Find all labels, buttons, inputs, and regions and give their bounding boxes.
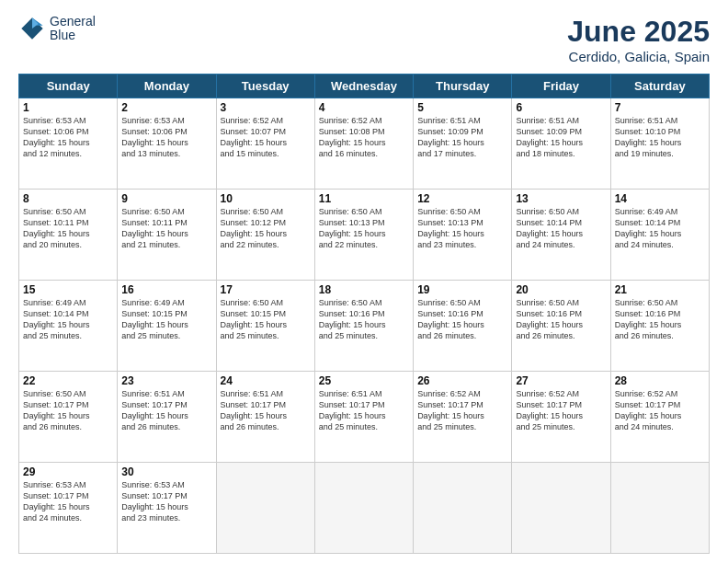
table-row: 30Sunrise: 6:53 AMSunset: 10:17 PMDaylig… <box>118 463 216 554</box>
table-row: 18Sunrise: 6:50 AMSunset: 10:16 PMDaylig… <box>314 281 413 372</box>
day-info: Sunrise: 6:50 AMSunset: 10:12 PMDaylight… <box>221 206 311 251</box>
day-info: Sunrise: 6:49 AMSunset: 10:15 PMDaylight… <box>121 297 211 342</box>
calendar-week-row: 8Sunrise: 6:50 AMSunset: 10:11 PMDayligh… <box>19 190 710 281</box>
table-row: 26Sunrise: 6:52 AMSunset: 10:17 PMDaylig… <box>414 372 512 463</box>
day-info: Sunrise: 6:50 AMSunset: 10:16 PMDaylight… <box>417 297 507 342</box>
table-row: 16Sunrise: 6:49 AMSunset: 10:15 PMDaylig… <box>118 281 216 372</box>
calendar-title: June 2025 <box>567 15 710 49</box>
day-number: 17 <box>221 283 311 296</box>
day-info: Sunrise: 6:49 AMSunset: 10:14 PMDaylight… <box>23 297 113 342</box>
table-row <box>610 463 709 554</box>
table-row <box>512 463 610 554</box>
table-row <box>414 463 512 554</box>
table-row: 14Sunrise: 6:49 AMSunset: 10:14 PMDaylig… <box>610 190 709 281</box>
col-thursday: Thursday <box>414 75 512 98</box>
day-info: Sunrise: 6:50 AMSunset: 10:11 PMDaylight… <box>23 206 113 251</box>
table-row: 19Sunrise: 6:50 AMSunset: 10:16 PMDaylig… <box>414 281 512 372</box>
col-sunday: Sunday <box>19 75 118 98</box>
table-row: 24Sunrise: 6:51 AMSunset: 10:17 PMDaylig… <box>216 372 314 463</box>
table-row: 3Sunrise: 6:52 AMSunset: 10:07 PMDayligh… <box>216 98 314 190</box>
logo-line2: Blue <box>50 29 96 42</box>
day-info: Sunrise: 6:52 AMSunset: 10:08 PMDaylight… <box>319 115 409 160</box>
day-number: 18 <box>319 283 409 296</box>
col-wednesday: Wednesday <box>314 75 413 98</box>
logo-icon <box>18 15 46 42</box>
day-number: 13 <box>516 192 606 205</box>
table-row: 5Sunrise: 6:51 AMSunset: 10:09 PMDayligh… <box>414 98 512 190</box>
table-row <box>314 463 413 554</box>
calendar-week-row: 1Sunrise: 6:53 AMSunset: 10:06 PMDayligh… <box>19 98 710 190</box>
day-info: Sunrise: 6:49 AMSunset: 10:14 PMDaylight… <box>615 206 705 251</box>
day-info: Sunrise: 6:53 AMSunset: 10:17 PMDaylight… <box>23 479 113 524</box>
table-row: 13Sunrise: 6:50 AMSunset: 10:14 PMDaylig… <box>512 190 610 281</box>
table-row: 15Sunrise: 6:49 AMSunset: 10:14 PMDaylig… <box>19 281 118 372</box>
day-number: 20 <box>516 283 606 296</box>
day-number: 21 <box>615 283 705 296</box>
day-info: Sunrise: 6:52 AMSunset: 10:17 PMDaylight… <box>516 388 606 433</box>
table-row: 10Sunrise: 6:50 AMSunset: 10:12 PMDaylig… <box>216 190 314 281</box>
table-row: 21Sunrise: 6:50 AMSunset: 10:16 PMDaylig… <box>610 281 709 372</box>
day-number: 26 <box>417 374 507 387</box>
day-number: 2 <box>121 101 211 114</box>
table-row: 28Sunrise: 6:52 AMSunset: 10:17 PMDaylig… <box>610 372 709 463</box>
day-number: 16 <box>121 283 211 296</box>
day-info: Sunrise: 6:51 AMSunset: 10:17 PMDaylight… <box>319 388 409 433</box>
day-number: 28 <box>615 374 705 387</box>
day-info: Sunrise: 6:53 AMSunset: 10:17 PMDaylight… <box>121 479 211 524</box>
col-saturday: Saturday <box>610 75 709 98</box>
day-info: Sunrise: 6:50 AMSunset: 10:15 PMDaylight… <box>221 297 311 342</box>
day-number: 6 <box>516 101 606 114</box>
table-row: 22Sunrise: 6:50 AMSunset: 10:17 PMDaylig… <box>19 372 118 463</box>
day-info: Sunrise: 6:51 AMSunset: 10:09 PMDaylight… <box>417 115 507 160</box>
title-block: June 2025 Cerdido, Galicia, Spain <box>567 15 710 64</box>
table-row: 25Sunrise: 6:51 AMSunset: 10:17 PMDaylig… <box>314 372 413 463</box>
day-number: 12 <box>417 192 507 205</box>
day-number: 1 <box>23 101 113 114</box>
day-number: 23 <box>121 374 211 387</box>
day-number: 3 <box>221 101 311 114</box>
calendar-week-row: 22Sunrise: 6:50 AMSunset: 10:17 PMDaylig… <box>19 372 710 463</box>
day-info: Sunrise: 6:50 AMSunset: 10:16 PMDaylight… <box>319 297 409 342</box>
day-info: Sunrise: 6:50 AMSunset: 10:16 PMDaylight… <box>516 297 606 342</box>
day-number: 22 <box>23 374 113 387</box>
logo: General Blue <box>18 15 96 43</box>
day-info: Sunrise: 6:50 AMSunset: 10:17 PMDaylight… <box>23 388 113 433</box>
table-row: 9Sunrise: 6:50 AMSunset: 10:11 PMDayligh… <box>118 190 216 281</box>
table-row: 27Sunrise: 6:52 AMSunset: 10:17 PMDaylig… <box>512 372 610 463</box>
day-number: 8 <box>23 192 113 205</box>
day-number: 7 <box>615 101 705 114</box>
day-info: Sunrise: 6:50 AMSunset: 10:14 PMDaylight… <box>516 206 606 251</box>
table-row: 1Sunrise: 6:53 AMSunset: 10:06 PMDayligh… <box>19 98 118 190</box>
day-info: Sunrise: 6:50 AMSunset: 10:13 PMDaylight… <box>417 206 507 251</box>
day-info: Sunrise: 6:52 AMSunset: 10:17 PMDaylight… <box>417 388 507 433</box>
table-row: 6Sunrise: 6:51 AMSunset: 10:09 PMDayligh… <box>512 98 610 190</box>
day-info: Sunrise: 6:50 AMSunset: 10:13 PMDaylight… <box>319 206 409 251</box>
table-row: 20Sunrise: 6:50 AMSunset: 10:16 PMDaylig… <box>512 281 610 372</box>
day-info: Sunrise: 6:51 AMSunset: 10:17 PMDaylight… <box>221 388 311 433</box>
calendar-table: Sunday Monday Tuesday Wednesday Thursday… <box>18 74 710 554</box>
day-info: Sunrise: 6:53 AMSunset: 10:06 PMDaylight… <box>121 115 211 160</box>
day-info: Sunrise: 6:51 AMSunset: 10:17 PMDaylight… <box>121 388 211 433</box>
table-row <box>216 463 314 554</box>
table-row: 7Sunrise: 6:51 AMSunset: 10:10 PMDayligh… <box>610 98 709 190</box>
logo-line1: General <box>50 15 96 29</box>
day-number: 25 <box>319 374 409 387</box>
calendar-week-row: 15Sunrise: 6:49 AMSunset: 10:14 PMDaylig… <box>19 281 710 372</box>
day-number: 11 <box>319 192 409 205</box>
day-info: Sunrise: 6:50 AMSunset: 10:11 PMDaylight… <box>121 206 211 251</box>
calendar-subtitle: Cerdido, Galicia, Spain <box>567 49 710 64</box>
table-row: 8Sunrise: 6:50 AMSunset: 10:11 PMDayligh… <box>19 190 118 281</box>
day-info: Sunrise: 6:53 AMSunset: 10:06 PMDaylight… <box>23 115 113 160</box>
day-info: Sunrise: 6:52 AMSunset: 10:07 PMDaylight… <box>221 115 311 160</box>
calendar-week-row: 29Sunrise: 6:53 AMSunset: 10:17 PMDaylig… <box>19 463 710 554</box>
table-row: 29Sunrise: 6:53 AMSunset: 10:17 PMDaylig… <box>19 463 118 554</box>
table-row: 2Sunrise: 6:53 AMSunset: 10:06 PMDayligh… <box>118 98 216 190</box>
day-number: 24 <box>221 374 311 387</box>
day-number: 27 <box>516 374 606 387</box>
day-number: 30 <box>121 465 211 478</box>
day-number: 9 <box>121 192 211 205</box>
table-row: 4Sunrise: 6:52 AMSunset: 10:08 PMDayligh… <box>314 98 413 190</box>
header-row: Sunday Monday Tuesday Wednesday Thursday… <box>19 75 710 98</box>
day-info: Sunrise: 6:51 AMSunset: 10:10 PMDaylight… <box>615 115 705 160</box>
day-number: 19 <box>417 283 507 296</box>
